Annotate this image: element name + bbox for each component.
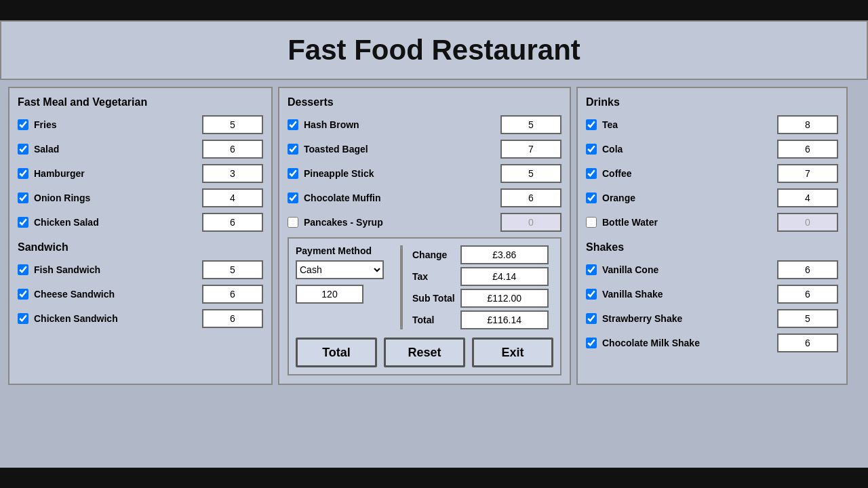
total-label: Total (412, 314, 455, 325)
drink-4-qty[interactable] (777, 213, 838, 232)
fast-meal-1-qty[interactable] (202, 140, 263, 159)
dessert-4-checkbox[interactable] (288, 217, 298, 228)
drink-4-label[interactable]: Bottle Water (586, 217, 777, 228)
dessert-2-checkbox[interactable] (288, 168, 298, 179)
desserts-title: Desserts (288, 96, 561, 108)
list-item: Bottle Water (586, 213, 838, 232)
sandwich-0-checkbox[interactable] (18, 264, 28, 275)
list-item: Fish Sandwich (18, 260, 263, 279)
fast-meal-3-qty[interactable] (202, 188, 263, 207)
dessert-1-label[interactable]: Toasted Bagel (288, 144, 500, 155)
drink-3-checkbox[interactable] (586, 192, 597, 203)
fast-meal-3-checkbox[interactable] (18, 192, 28, 203)
dessert-0-qty[interactable] (500, 115, 561, 134)
sandwich-1-qty[interactable] (202, 285, 263, 304)
fast-meal-2-qty[interactable] (202, 164, 263, 183)
buttons-row: Total Reset Exit (296, 338, 553, 367)
sandwich-2-qty[interactable] (202, 309, 263, 328)
exit-button[interactable]: Exit (472, 338, 553, 367)
sandwich-0-qty[interactable] (202, 260, 263, 279)
payment-method-select[interactable]: CashCardVoucher (296, 260, 384, 279)
dessert-1-qty[interactable] (500, 140, 561, 159)
dessert-2-qty[interactable] (500, 164, 561, 183)
drink-1-qty[interactable] (777, 140, 838, 159)
subtotal-label: Sub Total (412, 293, 455, 304)
shake-0-qty[interactable] (777, 260, 838, 279)
shake-2-checkbox[interactable] (586, 313, 597, 324)
shake-3-checkbox[interactable] (586, 338, 597, 348)
shake-1-label[interactable]: Vanilla Shake (586, 289, 777, 300)
sandwich-1-label[interactable]: Cheese Sandwich (18, 289, 202, 300)
sandwich-1-checkbox[interactable] (18, 289, 28, 300)
drink-0-qty[interactable] (777, 115, 838, 134)
middle-panel: Desserts Hash BrownToasted BagelPineappl… (278, 87, 571, 385)
fast-meal-0-qty[interactable] (202, 115, 263, 134)
drink-0-label[interactable]: Tea (586, 119, 777, 130)
page-title: Fast Food Restaurant (1, 34, 867, 66)
fast-meal-3-label[interactable]: Onion Rings (18, 192, 202, 203)
fast-meal-0-checkbox[interactable] (18, 119, 28, 130)
fast-meal-4-label[interactable]: Chicken Salad (18, 217, 202, 228)
drink-3-qty[interactable] (777, 188, 838, 207)
total-button[interactable]: Total (296, 338, 377, 367)
subtotal-value[interactable] (460, 289, 549, 308)
dessert-3-checkbox[interactable] (288, 192, 298, 203)
drink-1-label[interactable]: Cola (586, 144, 777, 155)
right-panel: Drinks TeaColaCoffeeOrangeBottle Water S… (576, 87, 848, 385)
dessert-0-label[interactable]: Hash Brown (288, 119, 500, 130)
drink-4-checkbox[interactable] (586, 217, 597, 228)
drinks-title: Drinks (586, 96, 838, 108)
dessert-0-checkbox[interactable] (288, 119, 298, 130)
drink-3-label[interactable]: Orange (586, 192, 777, 203)
fast-meal-4-qty[interactable] (202, 213, 263, 232)
sandwich-2-checkbox[interactable] (18, 313, 28, 324)
shake-3-qty[interactable] (777, 333, 838, 352)
shake-2-label[interactable]: Strawberry Shake (586, 313, 777, 324)
shake-1-checkbox[interactable] (586, 289, 597, 300)
dessert-items: Hash BrownToasted BagelPineapple StickCh… (288, 115, 561, 232)
fast-meal-1-label[interactable]: Salad (18, 144, 202, 155)
list-item: Tea (586, 115, 838, 134)
drink-1-checkbox[interactable] (586, 144, 597, 155)
total-value[interactable] (460, 310, 549, 329)
sandwich-2-label[interactable]: Chicken Sandwich (18, 313, 202, 324)
list-item: Vanilla Cone (586, 260, 838, 279)
drink-2-qty[interactable] (777, 164, 838, 183)
top-bar (0, 0, 868, 20)
fast-meal-1-checkbox[interactable] (18, 144, 28, 155)
drink-items: TeaColaCoffeeOrangeBottle Water (586, 115, 838, 232)
dessert-3-qty[interactable] (500, 188, 561, 207)
payment-section: Payment Method CashCardVoucher Change Ta… (288, 237, 561, 375)
totals-block: Change Tax Sub Total Total (412, 245, 553, 329)
fast-meal-4-checkbox[interactable] (18, 217, 28, 228)
shake-items: Vanilla ConeVanilla ShakeStrawberry Shak… (586, 260, 838, 352)
tax-value[interactable] (460, 267, 549, 286)
shake-0-label[interactable]: Vanilla Cone (586, 264, 777, 275)
dessert-3-label[interactable]: Chocolate Muffin (288, 192, 500, 203)
payment-method-block: Payment Method CashCardVoucher (296, 245, 391, 304)
drink-2-checkbox[interactable] (586, 168, 597, 179)
divider (400, 245, 403, 329)
shake-2-qty[interactable] (777, 309, 838, 328)
sandwich-0-label[interactable]: Fish Sandwich (18, 264, 202, 275)
list-item: Pancakes - Syrup (288, 213, 561, 232)
fast-meal-0-label[interactable]: Fries (18, 119, 202, 130)
cash-amount-input[interactable] (296, 285, 363, 304)
fast-meal-2-checkbox[interactable] (18, 168, 28, 179)
drink-2-label[interactable]: Coffee (586, 168, 777, 179)
list-item: Strawberry Shake (586, 309, 838, 328)
sandwich-title: Sandwich (18, 241, 263, 253)
dessert-2-label[interactable]: Pineapple Stick (288, 168, 500, 179)
shake-0-checkbox[interactable] (586, 264, 597, 275)
dessert-4-qty[interactable] (500, 213, 561, 232)
drink-0-checkbox[interactable] (586, 119, 597, 130)
reset-button[interactable]: Reset (384, 338, 465, 367)
fast-meal-2-label[interactable]: Hamburger (18, 168, 202, 179)
dessert-1-checkbox[interactable] (288, 144, 298, 155)
dessert-4-label[interactable]: Pancakes - Syrup (288, 217, 500, 228)
list-item: Onion Rings (18, 188, 263, 207)
shake-3-label[interactable]: Chocolate Milk Shake (586, 338, 777, 348)
change-value[interactable] (460, 245, 549, 264)
shake-1-qty[interactable] (777, 285, 838, 304)
list-item: Chocolate Muffin (288, 188, 561, 207)
